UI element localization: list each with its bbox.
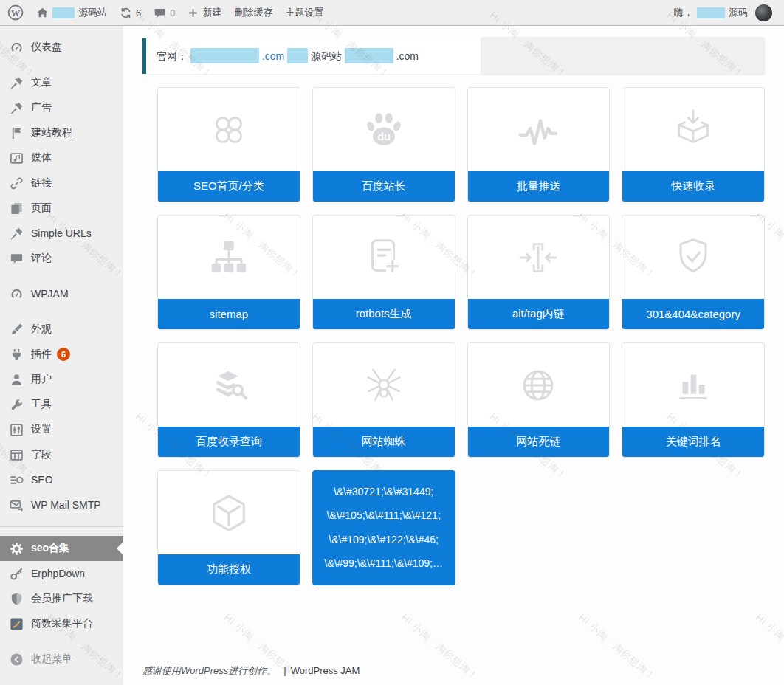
card-baidu-webmaster[interactable]: du百度站长 [312,87,455,202]
sidebar-item-label: WP Mail SMTP [31,499,101,511]
my-account-button[interactable]: 嗨， 源码 [674,4,772,21]
pin-icon [9,226,24,241]
card-alt-tag-inlink[interactable]: alt/tag内链 [467,215,611,330]
sidebar-item-settings[interactable]: 设置 [0,417,123,442]
official-site-link[interactable]: .com [262,50,284,62]
sidebar-item-wpjam[interactable]: WPJAM [0,281,123,306]
sidebar-item-ads[interactable]: 广告 [0,95,123,120]
sidebar-item-label: 链接 [31,176,52,190]
card-keyword-ranking[interactable]: 关键词排名 [622,342,765,458]
collect-icon [9,616,24,632]
sidebar-item-appearance[interactable]: 外观 [0,317,123,342]
card-fast-include[interactable]: 快速收录 [622,87,765,202]
card-label: 百度收录查询 [158,427,300,457]
collapse-icon [9,652,24,667]
redacted-text [287,48,308,63]
card-label: 百度站长 [313,171,455,202]
card-label: SEO首页/分类 [158,171,300,202]
sidebar-item-label: 字段 [31,448,52,461]
sidebar-item-posts[interactable]: 文章 [0,70,123,95]
plus-icon [188,7,199,18]
card-label: rotbots生成 [313,299,455,329]
card-redirect-404-category[interactable]: 301&404&category [622,215,765,330]
notice-bar: 官网： .com 源码站 .com [142,38,765,74]
notice-site-text: 源码站 [311,50,342,62]
sidebar-item-site-tutorial[interactable]: 建站教程 [0,120,123,145]
feature-card-grid: SEO首页/分类du百度站长批量推送快速收录sitemaprotbots生成al… [157,87,765,585]
mail-icon [9,498,24,513]
updates-count: 6 [136,7,141,18]
sidebar-item-label: 插件 [31,348,52,361]
sidebar-item-label: 用户 [31,373,52,386]
card-site-spider[interactable]: 网站蜘蛛 [312,342,455,458]
sidebar-item-comments[interactable]: 评论 [0,246,123,271]
sidebar-item-pages[interactable]: 页面 [0,196,123,221]
wrench-icon [9,397,24,413]
card-label: 快速收录 [622,171,764,202]
sidebar-item-wp-mail-smtp[interactable]: WP Mail SMTP [0,492,123,517]
entity-card-line: \&\#30721;\&\#31449; [316,486,452,499]
redacted-domain-2 [345,48,393,63]
shield-check-icon [622,216,764,299]
card-seo-home-category[interactable]: SEO首页/分类 [157,87,300,202]
sidebar-item-label: SEO [31,474,53,486]
card-robots-generate[interactable]: rotbots生成 [312,215,455,330]
sidebar-item-collapse-menu[interactable]: 收起菜单 [0,647,123,672]
card-label: 批量推送 [468,171,610,202]
comments-button[interactable]: 0 [154,7,175,19]
site-menu-button[interactable]: 源码站 [36,6,107,19]
sidebar-item-links[interactable]: 链接 [0,171,123,196]
new-content-button[interactable]: 新建 [188,6,221,19]
redacted-site-name [52,7,75,18]
sidebar-item-label: 建站教程 [31,126,72,140]
pin-icon [9,75,24,91]
clear-cache-button[interactable]: 删除缓存 [234,6,272,19]
sidebar-item-tools[interactable]: 工具 [0,392,123,417]
gear-icon [9,541,24,557]
comments-count: 0 [170,7,175,18]
sidebar-item-dashboard[interactable]: 仪表盘 [0,35,123,60]
sidebar-item-seo[interactable]: SEO [0,467,123,492]
footer-thanks-link[interactable]: 感谢使用WordPress进行创作。 [142,665,276,676]
sidebar-item-label: 设置 [31,423,52,436]
sidebar-item-label: 收起菜单 [31,653,72,666]
card-label: alt/tag内链 [468,299,610,329]
admin-bar-right: 嗨， 源码 [674,4,772,21]
sidebar-item-plugins[interactable]: 插件6 [0,342,123,367]
sidebar-item-label: Simple URLs [31,227,92,239]
sidebar-item-erphpdown[interactable]: ErphpDown [0,561,123,586]
entity-card-line: \&\#105;\&\#111;\&\#121; [316,509,452,523]
sidebar-item-label: 会员推广下载 [31,592,93,605]
sidebar-item-simple-urls[interactable]: Simple URLs [0,221,123,246]
card-batch-push[interactable]: 批量推送 [467,87,611,202]
card-feature-license[interactable]: 功能授权 [157,470,300,585]
username-text: 源码 [729,6,748,19]
sidebar-item-users[interactable]: 用户 [0,367,123,392]
footer-separator: | [283,665,286,676]
new-content-label: 新建 [202,6,221,19]
entity-text-card[interactable]: \&\#30721;\&\#31449;\&\#105;\&\#111;\&\#… [312,470,455,585]
updates-button[interactable]: 6 [120,7,141,19]
card-site-dead-links[interactable]: 网站死链 [467,342,611,458]
redacted-domain [190,48,259,63]
card-baidu-index-query[interactable]: 百度收录查询 [157,342,300,458]
link-icon [9,176,24,191]
sidebar-item-seo-collection[interactable]: seo合集 [0,536,123,561]
wp-logo-button[interactable]: W [7,4,24,21]
cube-icon [158,471,300,554]
redacted-gray-area [481,37,765,75]
card-sitemap[interactable]: sitemap [157,215,300,330]
clear-cache-label: 删除缓存 [234,6,272,19]
user-icon [9,372,24,388]
key-icon [9,566,24,582]
admin-bar-left: W 源码站 6 0 新建 删除缓存 主题设置 [7,4,323,21]
notice-domain-suffix: .com [396,50,419,62]
sidebar-item-jianshu-collect[interactable]: 简数采集平台 [0,611,123,636]
notice-prefix: 官网： [157,50,188,62]
sidebar-item-fields[interactable]: 字段 [0,442,123,467]
theme-settings-button[interactable]: 主题设置 [285,6,323,19]
sidebar-item-member-promo-download[interactable]: 会员推广下载 [0,586,123,611]
sidebar-item-media[interactable]: 媒体 [0,145,123,171]
sidebar-item-label: 外观 [31,323,52,336]
comments-icon [154,7,166,19]
